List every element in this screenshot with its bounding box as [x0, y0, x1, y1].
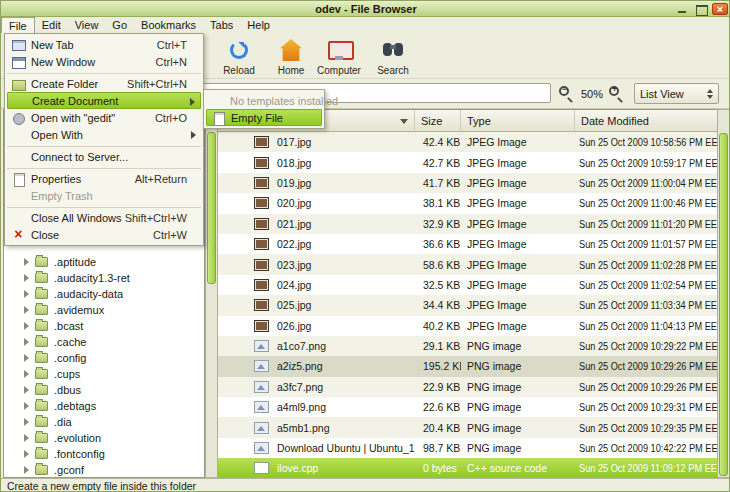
file-row[interactable]: Download Ubuntu | Ubuntu_12565... 98.7 K… [218, 438, 717, 458]
expander-icon[interactable] [24, 434, 29, 442]
file-name: a1co7.png [277, 340, 326, 352]
tree-item[interactable]: .aptitude [4, 254, 204, 270]
menu-item[interactable]: Close All Windows Shift+Ctrl+W [7, 209, 201, 226]
file-row[interactable]: 024.jpg 32.5 KB JPEG Image Sun 25 Oct 20… [218, 275, 717, 295]
column-header-type[interactable]: Type [461, 110, 575, 131]
minimize-icon[interactable] [674, 3, 690, 15]
column-header-size[interactable]: Size [415, 110, 461, 131]
file-row[interactable]: 020.jpg 38.1 KB JPEG Image Sun 25 Oct 20… [218, 193, 717, 213]
menu-item[interactable]: Connect to Server... [7, 148, 201, 165]
expander-icon[interactable] [24, 354, 29, 362]
column-header-date[interactable]: Date Modified [575, 110, 717, 131]
menu-item[interactable]: Empty Trash [7, 187, 201, 204]
tree-item[interactable]: .cups [4, 366, 204, 382]
menubar-item[interactable]: Go [105, 17, 134, 33]
sidebar-scrollbar-thumb[interactable] [207, 132, 216, 284]
menu-item-icon [11, 55, 27, 69]
file-date-cell: Sun 25 Oct 2009 10:29:26 PM EET [575, 381, 717, 393]
menubar-item[interactable]: Bookmarks [134, 17, 203, 33]
expander-icon[interactable] [24, 306, 29, 314]
tree-item-label: .debtags [54, 400, 96, 412]
file-date-cell: Sun 25 Oct 2009 11:00:46 PM EET [575, 197, 717, 209]
zoom-in-icon[interactable] [609, 86, 625, 102]
expander-icon[interactable] [24, 402, 29, 410]
menu-item-icon [11, 189, 27, 203]
menu-item[interactable]: New Window Ctrl+N [7, 53, 201, 70]
file-row[interactable]: a3fc7.png 22.9 KB PNG image Sun 25 Oct 2… [218, 377, 717, 397]
sidebar-scrollbar[interactable] [205, 109, 218, 478]
file-row[interactable]: 022.jpg 36.6 KB JPEG Image Sun 25 Oct 20… [218, 234, 717, 254]
expander-icon[interactable] [24, 418, 29, 426]
maximize-icon[interactable] [693, 3, 709, 15]
file-icon [254, 320, 269, 332]
expander-icon[interactable] [24, 338, 29, 346]
view-mode-select[interactable]: List View [634, 83, 719, 104]
tree-item[interactable]: .dia [4, 414, 204, 430]
tree-item[interactable]: .evolution [4, 430, 204, 446]
close-icon[interactable] [712, 3, 728, 15]
file-type-cell: JPEG Image [461, 218, 575, 230]
file-name-cell: a1co7.png [218, 340, 415, 352]
menu-item[interactable]: Close Ctrl+W [7, 226, 201, 243]
menu-item[interactable]: Open with "gedit" Ctrl+O [7, 109, 201, 126]
expander-icon[interactable] [24, 258, 29, 266]
menubar-item[interactable]: View [68, 17, 106, 33]
expander-icon[interactable] [24, 322, 29, 330]
file-date: Sun 25 Oct 2009 10:29:26 PM EET [579, 361, 717, 372]
tree-item[interactable]: .avidemux [4, 302, 204, 318]
toolbar-button[interactable]: Reload [213, 35, 265, 77]
file-row[interactable]: a5mb1.png 20.4 KB PNG image Sun 25 Oct 2… [218, 417, 717, 437]
list-scrollbar[interactable] [717, 109, 730, 478]
file-row[interactable]: 023.jpg 58.6 KB JPEG Image Sun 25 Oct 20… [218, 254, 717, 274]
menubar-item[interactable]: File [1, 17, 35, 33]
toolbar-button[interactable]: Computer [313, 35, 365, 77]
menubar-item[interactable]: Help [240, 17, 277, 33]
folder-icon [35, 305, 48, 315]
tree-item[interactable]: .fontconfig [4, 446, 204, 462]
file-row[interactable]: 025.jpg 34.4 KB JPEG Image Sun 25 Oct 20… [218, 295, 717, 315]
list-scrollbar-thumb[interactable] [719, 133, 728, 476]
tree-item-label: .fontconfig [54, 448, 105, 460]
file-row[interactable]: 018.jpg 42.7 KB JPEG Image Sun 25 Oct 20… [218, 152, 717, 172]
menu-item[interactable]: Create Folder Shift+Ctrl+N [7, 75, 201, 92]
expander-icon[interactable] [24, 450, 29, 458]
expander-icon[interactable] [24, 466, 29, 474]
tree-item[interactable]: .gconf [4, 462, 204, 478]
tree-item[interactable]: .bcast [4, 318, 204, 334]
tree-item[interactable]: .dbus [4, 382, 204, 398]
expander-icon[interactable] [24, 290, 29, 298]
submenu-item[interactable]: Empty File [206, 109, 322, 126]
file-row[interactable]: 026.jpg 40.2 KB JPEG Image Sun 25 Oct 20… [218, 316, 717, 336]
menu-item[interactable]: New Tab Ctrl+T [7, 36, 201, 53]
tree-item[interactable]: .config [4, 350, 204, 366]
file-row[interactable]: 019.jpg 41.7 KB JPEG Image Sun 25 Oct 20… [218, 173, 717, 193]
file-row[interactable]: a1co7.png 29.1 KB PNG image Sun 25 Oct 2… [218, 336, 717, 356]
expander-icon[interactable] [24, 274, 29, 282]
toolbar-button[interactable]: Home [265, 35, 317, 77]
zoom-out-icon[interactable] [559, 86, 575, 102]
file-row[interactable]: ilove.cpp 0 bytes C++ source code Sun 25… [218, 458, 717, 478]
menubar-item[interactable]: Tabs [203, 17, 240, 33]
menu-item[interactable]: Properties Alt+Return [7, 170, 201, 187]
expander-icon[interactable] [24, 370, 29, 378]
file-row[interactable]: 021.jpg 32.9 KB JPEG Image Sun 25 Oct 20… [218, 214, 717, 234]
file-icon [254, 218, 269, 230]
expander-icon[interactable] [24, 386, 29, 394]
menu-item[interactable]: Open With [7, 126, 201, 143]
file-name-cell: a2iz5.png [218, 360, 415, 372]
tree-item[interactable]: .cache [4, 334, 204, 350]
file-row[interactable]: a4ml9.png 22.6 KB PNG image Sun 25 Oct 2… [218, 397, 717, 417]
toolbar-button-icon [380, 37, 406, 63]
folder-icon [35, 465, 48, 475]
menubar-item[interactable]: Edit [35, 17, 68, 33]
tree-item[interactable]: .debtags [4, 398, 204, 414]
menu-item[interactable]: Create Document [7, 92, 201, 109]
titlebar[interactable]: odev - File Browser [1, 1, 730, 17]
file-name: a4ml9.png [277, 401, 326, 413]
file-row[interactable]: 017.jpg 42.4 KB JPEG Image Sun 25 Oct 20… [218, 132, 717, 152]
toolbar-button[interactable]: Search [367, 35, 419, 77]
tree-item[interactable]: .audacity1.3-ret [4, 270, 204, 286]
submenu-item[interactable]: No templates installed [206, 92, 322, 109]
file-row[interactable]: a2iz5.png 195.2 KB PNG image Sun 25 Oct … [218, 356, 717, 376]
tree-item[interactable]: .audacity-data [4, 286, 204, 302]
